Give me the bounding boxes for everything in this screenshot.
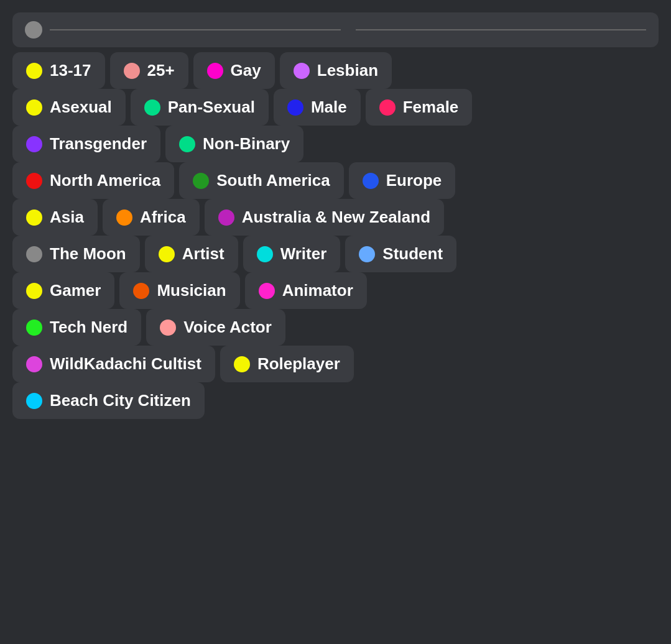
tag-label: Europe [386,171,442,190]
tag-beach-city-citizen[interactable]: Beach City Citizen [12,382,205,419]
tag-dot [160,320,176,336]
tag-writer[interactable]: Writer [243,236,341,272]
tag-label: Gamer [50,281,101,300]
tag-non-binary[interactable]: Non-Binary [165,126,303,162]
tag-row-8: WildKadachi CultistRoleplayer [12,346,659,382]
tag-tech-nerd[interactable]: Tech Nerd [12,309,141,346]
tag-dot [259,283,275,299]
tag-roleplayer[interactable]: Roleplayer [220,346,354,382]
tag-label: Voice Actor [183,318,272,337]
tag-label: Lesbian [317,61,378,80]
tag-label: Student [382,244,443,264]
tag-europe[interactable]: Europe [349,162,456,199]
tag-row-3: North AmericaSouth AmericaEurope [12,162,659,199]
header-line-left [50,29,341,30]
tag-label: 25+ [147,61,175,80]
tag-student[interactable]: Student [345,236,456,272]
tag-row-2: TransgenderNon-Binary [12,126,659,162]
tag-dot [116,209,132,226]
tag-row-0: 13-1725+GayLesbian [12,52,659,89]
tag-row-7: Tech NerdVoice Actor [12,309,659,346]
tag-dot [26,393,42,409]
tag-musician[interactable]: Musician [119,272,239,309]
tag-dot [179,136,195,152]
tag-asexual[interactable]: Asexual [12,89,126,126]
tag-13-17[interactable]: 13-17 [12,52,105,89]
tag-dot [124,63,140,79]
tag-dot [218,209,234,226]
tag-label: North America [50,171,160,190]
tag-dot [26,136,42,152]
tag-row-1: AsexualPan-SexualMaleFemale [12,89,659,126]
tag-dot [207,63,223,79]
tag-dot [193,173,209,189]
tag-animator[interactable]: Animator [245,272,367,309]
tag-label: South America [216,171,330,190]
tag-dot [363,173,379,189]
tag-dot [26,356,42,372]
tag-label: Asia [50,208,84,227]
tag-pan-sexual[interactable]: Pan-Sexual [131,89,269,126]
tag-label: Australia & New Zealand [242,208,430,227]
tag-label: Non-Binary [203,134,290,154]
tag-south-america[interactable]: South America [179,162,344,199]
tag-dot [133,283,149,299]
tag-row-9: Beach City Citizen [12,382,659,419]
tag-africa[interactable]: Africa [103,199,200,236]
tag-dot [26,246,42,262]
tag-label: Tech Nerd [50,318,127,337]
tag-dot [26,99,42,116]
tag-label: Animator [282,281,353,300]
tag-dot [26,320,42,336]
tag-label: Gay [231,61,261,80]
tag-label: Pan-Sexual [168,98,255,117]
tag-australia--new-zealand[interactable]: Australia & New Zealand [205,199,444,236]
tag-row-6: GamerMusicianAnimator [12,272,659,309]
tag-row-5: The MoonArtistWriterStudent [12,236,659,272]
tag-label: Beach City Citizen [50,391,191,410]
tag-label: 13-17 [50,61,91,80]
tag-label: Transgender [50,134,147,154]
tag-dot [379,99,396,116]
tag-label: Africa [140,208,186,227]
tag-label: Male [311,98,347,117]
tag-label: Musician [157,281,226,300]
tag-voice-actor[interactable]: Voice Actor [146,309,285,346]
tag-25[interactable]: 25+ [110,52,188,89]
tag-label: Artist [182,244,224,264]
tag-male[interactable]: Male [274,89,361,126]
tag-dot [26,173,42,189]
tag-dot [159,246,175,262]
tag-dot [144,99,160,116]
tag-north-america[interactable]: North America [12,162,174,199]
tag-gamer[interactable]: Gamer [12,272,114,309]
tag-label: Roleplayer [257,354,340,374]
tag-label: Asexual [50,98,112,117]
tag-dot [257,246,273,262]
tag-dot [234,356,250,372]
tag-dot [287,99,303,116]
tag-dot [359,246,375,262]
main-container: 13-1725+GayLesbianAsexualPan-SexualMaleF… [6,6,665,425]
tag-lesbian[interactable]: Lesbian [280,52,392,89]
tag-label: The Moon [50,244,126,264]
tag-wildkadachi-cultist[interactable]: WildKadachi Cultist [12,346,215,382]
header-row [12,12,659,47]
tag-artist[interactable]: Artist [145,236,238,272]
tag-asia[interactable]: Asia [12,199,98,236]
tag-dot [26,209,42,226]
tag-label: WildKadachi Cultist [50,354,201,374]
tag-female[interactable]: Female [366,89,473,126]
tag-dot [26,283,42,299]
header-line-right [356,29,647,30]
tag-row-4: AsiaAfricaAustralia & New Zealand [12,199,659,236]
tag-label: Female [403,98,459,117]
header-dot [25,21,42,39]
tag-dot [294,63,310,79]
tag-label: Writer [280,244,327,264]
tag-transgender[interactable]: Transgender [12,126,160,162]
tag-gay[interactable]: Gay [193,52,275,89]
rows-container: 13-1725+GayLesbianAsexualPan-SexualMaleF… [12,52,659,419]
tag-the-moon[interactable]: The Moon [12,236,140,272]
tag-dot [26,63,42,79]
